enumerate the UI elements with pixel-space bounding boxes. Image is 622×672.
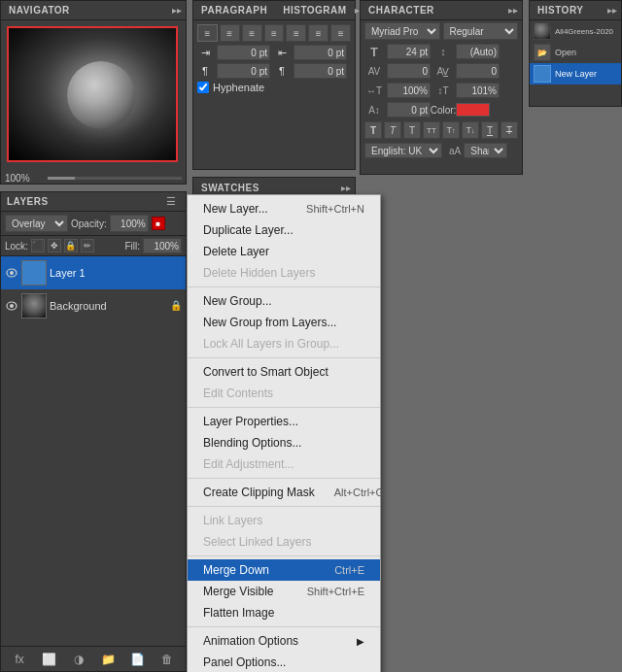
kerning-input[interactable] bbox=[387, 63, 431, 79]
history-item-new-layer[interactable]: New Layer bbox=[530, 63, 621, 84]
font-size-row: T ↕ bbox=[361, 42, 522, 61]
h-scale-input[interactable] bbox=[387, 83, 431, 98]
menu-item-shortcut: Ctrl+E bbox=[334, 564, 364, 576]
lock-all-btn[interactable]: 🔒 bbox=[64, 239, 78, 252]
align-center-btn[interactable]: ≡ bbox=[220, 24, 240, 42]
swatches-tab[interactable]: SWATCHES bbox=[193, 180, 267, 196]
menu-item-layer-properties-[interactable]: Layer Properties... bbox=[188, 411, 380, 432]
layers-options-btn[interactable]: ■ bbox=[152, 217, 165, 230]
baseline-icon: A↕ bbox=[364, 102, 384, 118]
allcaps-style-btn[interactable]: TT bbox=[423, 121, 440, 139]
history-item-label-new-layer: New Layer bbox=[555, 69, 597, 79]
navigator-tab[interactable]: NAVIGATOR bbox=[1, 3, 78, 17]
space-before-input[interactable] bbox=[217, 63, 270, 79]
align-right-btn[interactable]: ≡ bbox=[242, 24, 262, 42]
superscript-style-btn[interactable]: T↑ bbox=[442, 121, 460, 139]
lock-move-btn[interactable]: ✥ bbox=[48, 239, 61, 252]
space-after-input[interactable] bbox=[294, 63, 347, 79]
character-collapse-btn[interactable]: ▸▸ bbox=[508, 5, 518, 16]
bold-style-btn[interactable]: T bbox=[364, 121, 382, 139]
menu-item-new-layer-[interactable]: New Layer...Shift+Ctrl+N bbox=[188, 198, 380, 219]
language-select[interactable]: English: UK bbox=[364, 143, 442, 158]
layer1-visibility-btn[interactable] bbox=[5, 266, 18, 280]
new-layer-btn[interactable]: 📄 bbox=[127, 650, 147, 669]
fill-input[interactable] bbox=[143, 238, 182, 253]
menu-item-panel-options-[interactable]: Panel Options... bbox=[188, 652, 380, 672]
history-item-label-snapshot: All4Greens-2020 bbox=[555, 27, 613, 36]
blend-mode-select[interactable]: Overlay bbox=[5, 215, 68, 232]
add-mask-btn[interactable]: ⬜ bbox=[39, 650, 58, 669]
color-swatch[interactable] bbox=[456, 103, 490, 117]
menu-item-label: Link Layers bbox=[203, 514, 262, 527]
background-name: Background bbox=[50, 300, 167, 312]
menu-item-merge-down[interactable]: Merge DownCtrl+E bbox=[188, 559, 380, 581]
swatches-collapse-btn[interactable]: ▸▸ bbox=[341, 183, 351, 193]
paragraph-tab[interactable]: PARAGRAPH bbox=[193, 3, 275, 17]
font-family-select[interactable]: Myriad Pro bbox=[364, 22, 440, 40]
menu-item-duplicate-layer-[interactable]: Duplicate Layer... bbox=[188, 219, 380, 241]
regular-style-btn[interactable]: T bbox=[403, 121, 421, 139]
underline-style-btn[interactable]: T bbox=[481, 121, 499, 139]
menu-item-merge-visible[interactable]: Merge VisibleShift+Ctrl+E bbox=[188, 581, 380, 602]
leading-input[interactable] bbox=[456, 44, 500, 59]
lock-pixels-btn[interactable]: ⬛ bbox=[31, 239, 45, 252]
layers-menu-btn[interactable]: ☰ bbox=[166, 195, 176, 208]
navigator-preview bbox=[9, 28, 176, 160]
menu-item-create-clipping-mask[interactable]: Create Clipping MaskAlt+Ctrl+G bbox=[188, 482, 380, 503]
navigator-zoom-slider[interactable] bbox=[48, 177, 182, 180]
antialiasing-select[interactable]: Sharp bbox=[464, 143, 507, 158]
menu-item-new-group-from-layers-[interactable]: New Group from Layers... bbox=[188, 312, 380, 333]
history-tab[interactable]: HISTORY bbox=[530, 3, 591, 17]
opacity-input[interactable] bbox=[110, 215, 149, 232]
delete-layer-btn[interactable]: 🗑 bbox=[157, 650, 177, 669]
align-left-btn[interactable]: ≡ bbox=[197, 24, 218, 42]
adjustment-btn[interactable]: ◑ bbox=[69, 650, 88, 669]
menu-item-delete-layer[interactable]: Delete Layer bbox=[188, 241, 380, 262]
opacity-label: Opacity: bbox=[71, 218, 107, 229]
font-size-icon: T bbox=[364, 44, 384, 59]
align-justify-right-btn[interactable]: ≡ bbox=[308, 24, 328, 42]
history-item-snapshot[interactable]: All4Greens-2020 bbox=[530, 20, 621, 42]
histogram-tab[interactable]: HISTOGRAM bbox=[275, 3, 354, 17]
indent-left-input[interactable] bbox=[217, 45, 270, 60]
context-menu: New Layer...Shift+Ctrl+NDuplicate Layer.… bbox=[187, 194, 381, 672]
paragraph-tab-bar: PARAGRAPH HISTOGRAM ▸▸ bbox=[193, 1, 355, 20]
lock-art-btn[interactable]: ✏ bbox=[81, 239, 94, 252]
strikethrough-style-btn[interactable]: T bbox=[501, 121, 518, 139]
scale-row: ↔T ↕T bbox=[361, 81, 522, 100]
menu-item-convert-to-smart-object[interactable]: Convert to Smart Object bbox=[188, 361, 380, 383]
menu-item-flatten-image[interactable]: Flatten Image bbox=[188, 602, 380, 623]
font-size-input[interactable] bbox=[387, 44, 431, 59]
menu-item-lock-all-layers-in-group-: Lock All Layers in Group... bbox=[188, 333, 380, 354]
lock-label: Lock: bbox=[5, 241, 28, 252]
font-style-select[interactable]: Regular bbox=[443, 22, 519, 40]
menu-item-label: Select Linked Layers bbox=[203, 535, 311, 549]
navigator-collapse-btn[interactable]: ▸▸ bbox=[172, 5, 182, 16]
menu-item-animation-options[interactable]: Animation Options▶ bbox=[188, 630, 380, 652]
background-visibility-btn[interactable] bbox=[5, 299, 18, 313]
menu-item-label: Layer Properties... bbox=[203, 415, 298, 428]
hyphenate-checkbox[interactable] bbox=[197, 82, 209, 93]
history-collapse-btn[interactable]: ▸▸ bbox=[607, 5, 617, 16]
character-tab[interactable]: CHARACTER bbox=[361, 3, 442, 17]
character-panel: CHARACTER ▸▸ Myriad Pro Regular T ↕ AV A… bbox=[360, 0, 523, 175]
fx-btn[interactable]: fx bbox=[10, 650, 29, 669]
group-btn[interactable]: 📁 bbox=[98, 650, 118, 669]
baseline-input[interactable] bbox=[387, 102, 431, 118]
layer-item-layer1[interactable]: Layer 1 bbox=[1, 256, 186, 289]
paragraph-panel: PARAGRAPH HISTOGRAM ▸▸ ≡ ≡ ≡ ≡ ≡ ≡ ≡ ⇥ ⇤… bbox=[192, 0, 356, 170]
history-panel: HISTORY ▸▸ All4Greens-2020 📂 Open New La… bbox=[529, 0, 622, 107]
align-justify-center-btn[interactable]: ≡ bbox=[286, 24, 306, 42]
history-item-open[interactable]: 📂 Open bbox=[530, 42, 621, 63]
align-justify-full-btn[interactable]: ≡ bbox=[330, 24, 351, 42]
history-header: HISTORY ▸▸ bbox=[530, 1, 621, 20]
menu-item-new-group-[interactable]: New Group... bbox=[188, 290, 380, 312]
tracking-input[interactable] bbox=[456, 63, 500, 79]
italic-style-btn[interactable]: T bbox=[384, 121, 401, 139]
subscript-style-btn[interactable]: T↓ bbox=[462, 121, 479, 139]
v-scale-input[interactable] bbox=[456, 83, 500, 98]
layer-item-background[interactable]: Background 🔒 bbox=[1, 289, 186, 322]
menu-item-blending-options-[interactable]: Blending Options... bbox=[188, 432, 380, 454]
indent-right-input[interactable] bbox=[294, 45, 347, 60]
align-justify-btn[interactable]: ≡ bbox=[264, 24, 285, 42]
